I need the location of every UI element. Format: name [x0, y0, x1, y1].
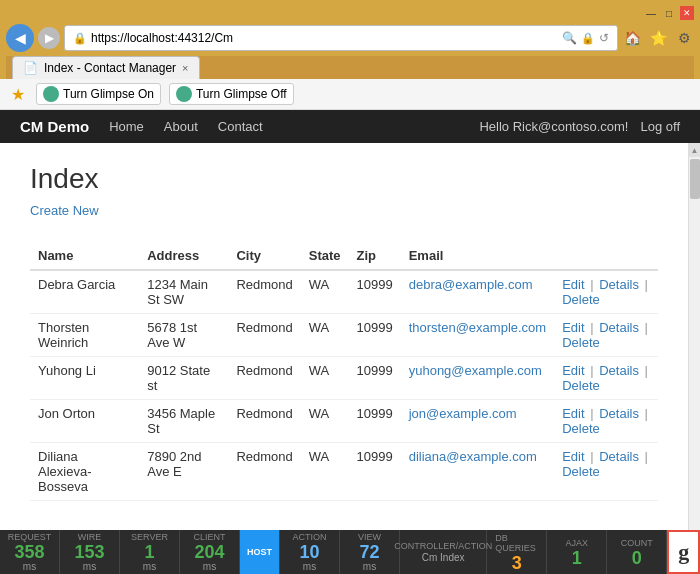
cell-zip: 10999	[349, 357, 401, 400]
email-link[interactable]: diliana@example.com	[409, 449, 537, 464]
glimpse-off-label: Turn Glimpse Off	[196, 87, 287, 101]
minimize-button[interactable]: —	[644, 6, 658, 20]
status-bar: Request 358 ms Wire 153 ms Server 1 ms C…	[0, 530, 700, 574]
edit-link[interactable]: Edit	[562, 320, 584, 335]
action-unit: ms	[303, 561, 316, 572]
settings-icon[interactable]: ⚙	[674, 28, 694, 48]
cell-name: Diliana Alexieva-Bosseva	[30, 443, 139, 501]
email-link[interactable]: debra@example.com	[409, 277, 533, 292]
col-address: Address	[139, 242, 228, 270]
host-badge-section: HOST	[240, 530, 280, 574]
create-new-link[interactable]: Create New	[30, 203, 99, 218]
nav-home[interactable]: Home	[109, 119, 144, 134]
nav-contact[interactable]: Contact	[218, 119, 263, 134]
cell-zip: 10999	[349, 443, 401, 501]
back-button[interactable]: ◀	[6, 24, 34, 52]
sep2: |	[645, 363, 648, 378]
star-icon[interactable]: ⭐	[648, 28, 668, 48]
forward-button[interactable]: ▶	[38, 27, 60, 49]
refresh-icon[interactable]: ↺	[599, 31, 609, 45]
logoff-link[interactable]: Log off	[640, 119, 680, 134]
sep2: |	[645, 320, 648, 335]
server-value: 1	[144, 543, 154, 561]
glimpse-off-button[interactable]: Turn Glimpse Off	[169, 83, 294, 105]
col-state: State	[301, 242, 349, 270]
cell-city: Redmond	[228, 270, 300, 314]
details-link[interactable]: Details	[599, 363, 639, 378]
content-area: Index Create New Name Address City State…	[0, 143, 688, 530]
maximize-button[interactable]: □	[662, 6, 676, 20]
details-link[interactable]: Details	[599, 449, 639, 464]
delete-link[interactable]: Delete	[562, 335, 600, 350]
scroll-thumb[interactable]	[690, 159, 700, 199]
client-value: 204	[194, 543, 224, 561]
tab-close-button[interactable]: ×	[182, 62, 188, 74]
url-input[interactable]	[91, 31, 558, 45]
col-city: City	[228, 242, 300, 270]
scrollbar[interactable]: ▲	[688, 143, 700, 530]
glimpse-on-icon	[43, 86, 59, 102]
count-stat: Count 0	[607, 530, 667, 574]
table-row: Thorsten Weinrich 5678 1st Ave W Redmond…	[30, 314, 658, 357]
email-link[interactable]: thorsten@example.com	[409, 320, 546, 335]
contacts-table: Name Address City State Zip Email Debra …	[30, 242, 658, 501]
controller-label: Controller/Action	[394, 541, 492, 551]
col-name: Name	[30, 242, 139, 270]
client-unit: ms	[203, 561, 216, 572]
glimpse-on-button[interactable]: Turn Glimpse On	[36, 83, 161, 105]
cell-state: WA	[301, 314, 349, 357]
edit-link[interactable]: Edit	[562, 363, 584, 378]
count-value: 0	[632, 549, 642, 567]
favorites-icon: ★	[8, 84, 28, 104]
edit-link[interactable]: Edit	[562, 277, 584, 292]
toolbar: ★ Turn Glimpse On Turn Glimpse Off	[0, 79, 700, 110]
lock-icon: 🔒	[581, 32, 595, 45]
email-link[interactable]: jon@example.com	[409, 406, 517, 421]
tab-favicon: 📄	[23, 61, 38, 75]
details-link[interactable]: Details	[599, 277, 639, 292]
delete-link[interactable]: Delete	[562, 292, 600, 307]
cell-name: Thorsten Weinrich	[30, 314, 139, 357]
cell-state: WA	[301, 270, 349, 314]
details-link[interactable]: Details	[599, 320, 639, 335]
db-queries-stat: DB Queries 3	[487, 530, 547, 574]
address-bar[interactable]: 🔒 🔍 🔒 ↺	[64, 25, 618, 51]
app-brand: CM Demo	[20, 118, 89, 135]
cell-city: Redmond	[228, 357, 300, 400]
server-label: Server	[131, 532, 168, 542]
nav-about[interactable]: About	[164, 119, 198, 134]
sep2: |	[645, 449, 648, 464]
server-unit: ms	[143, 561, 156, 572]
cell-state: WA	[301, 443, 349, 501]
home-icon[interactable]: 🏠	[622, 28, 642, 48]
table-row: Yuhong Li 9012 State st Redmond WA 10999…	[30, 357, 658, 400]
scroll-up[interactable]: ▲	[689, 143, 701, 157]
edit-link[interactable]: Edit	[562, 406, 584, 421]
glimpse-g-button[interactable]: g	[667, 530, 700, 574]
cell-email: yuhong@example.com	[401, 357, 554, 400]
search-icon: 🔍	[562, 31, 577, 45]
wire-label: Wire	[78, 532, 102, 542]
cell-city: Redmond	[228, 400, 300, 443]
active-tab[interactable]: 📄 Index - Contact Manager ×	[12, 56, 200, 79]
delete-link[interactable]: Delete	[562, 464, 600, 479]
email-link[interactable]: yuhong@example.com	[409, 363, 542, 378]
details-link[interactable]: Details	[599, 406, 639, 421]
cell-city: Redmond	[228, 314, 300, 357]
cell-name: Debra Garcia	[30, 270, 139, 314]
cell-name: Yuhong Li	[30, 357, 139, 400]
delete-link[interactable]: Delete	[562, 421, 600, 436]
cell-name: Jon Orton	[30, 400, 139, 443]
action-value: 10	[299, 543, 319, 561]
edit-link[interactable]: Edit	[562, 449, 584, 464]
sep1: |	[590, 320, 597, 335]
delete-link[interactable]: Delete	[562, 378, 600, 393]
request-unit: ms	[23, 561, 36, 572]
cell-actions: Edit | Details | Delete	[554, 314, 658, 357]
sep1: |	[590, 363, 597, 378]
table-row: Jon Orton 3456 Maple St Redmond WA 10999…	[30, 400, 658, 443]
close-button[interactable]: ✕	[680, 6, 694, 20]
col-email: Email	[401, 242, 554, 270]
view-label: View	[358, 532, 381, 542]
ajax-stat: AJAX 1	[547, 530, 607, 574]
